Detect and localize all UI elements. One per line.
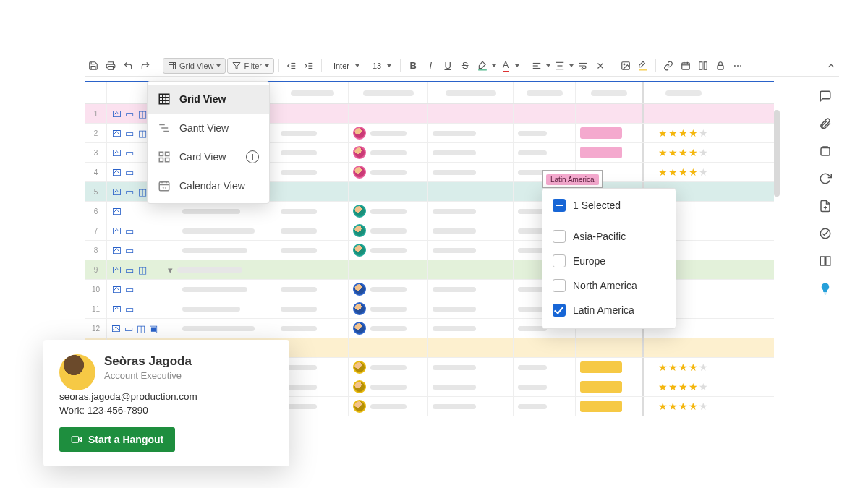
rating-stars[interactable]: ★★★★★ [658, 401, 709, 412]
font-size-select[interactable]: 13 [365, 58, 396, 74]
print-icon[interactable] [103, 58, 119, 74]
filter-button[interactable]: Filter [227, 58, 273, 74]
attachment-icon[interactable]: ⮹ [111, 284, 122, 294]
region-tag[interactable] [580, 381, 622, 393]
clear-format-icon[interactable] [592, 58, 608, 74]
attachment-icon[interactable]: ⮹ [111, 206, 122, 216]
region-tag[interactable] [580, 361, 622, 373]
avatar[interactable] [353, 224, 366, 237]
attachment-icon[interactable]: ⮹ [111, 245, 122, 255]
comment-icon[interactable]: ▭ [124, 284, 135, 294]
more-icon[interactable] [730, 58, 746, 74]
region-option-asia[interactable]: Asia-Pacific [553, 224, 665, 249]
checkbox-icon[interactable] [553, 254, 566, 267]
italic-icon[interactable]: I [422, 58, 438, 74]
region-tag[interactable] [580, 401, 622, 412]
info-icon[interactable]: i [246, 150, 259, 163]
strikethrough-icon[interactable]: S [457, 58, 473, 74]
avatar[interactable] [353, 166, 366, 179]
chevron-down-icon[interactable] [546, 64, 550, 67]
proof-icon[interactable]: ◫ [137, 108, 148, 119]
rating-stars[interactable]: ★★★★★ [658, 381, 709, 393]
publish-icon[interactable] [817, 198, 833, 214]
proof-icon[interactable]: ◫ [137, 128, 148, 138]
avatar[interactable] [353, 146, 366, 159]
view-option-calendar[interactable]: 31 Calendar View [148, 171, 269, 200]
checkbox-icon[interactable] [553, 230, 566, 243]
rating-stars[interactable]: ★★★★★ [658, 166, 709, 178]
rating-stars[interactable]: ★★★★★ [658, 361, 709, 373]
date-icon[interactable] [678, 58, 694, 74]
attachment-icon[interactable]: ⮹ [111, 147, 122, 158]
attachment-icon[interactable]: ⮹ [111, 187, 122, 197]
indeterminate-checkbox-icon[interactable] [553, 199, 566, 212]
highlight-icon[interactable] [635, 58, 651, 74]
view-option-gantt[interactable]: Gantt View [148, 114, 269, 142]
view-option-grid[interactable]: Grid View [148, 85, 269, 114]
proof-icon[interactable]: ◫ [137, 265, 148, 275]
wrap-text-icon[interactable] [575, 58, 591, 74]
region-tag[interactable] [580, 127, 622, 139]
avatar[interactable] [353, 205, 366, 218]
contact-email[interactable]: seoras.jagoda@production.com [59, 391, 273, 402]
comment-icon[interactable]: ▭ [124, 187, 135, 197]
avatar[interactable] [353, 283, 366, 296]
attachment-icon[interactable]: ⮹ [111, 167, 122, 177]
view-selector-button[interactable]: Grid View [163, 58, 226, 74]
comment-icon[interactable]: ▭ [124, 108, 135, 119]
link-icon[interactable] [660, 58, 676, 74]
comment-icon[interactable]: ▭ [124, 167, 135, 177]
comment-icon[interactable]: ▭ [124, 304, 135, 314]
tips-icon[interactable] [817, 281, 833, 296]
text-color-icon[interactable]: A [498, 58, 514, 74]
align-vertical-icon[interactable] [552, 58, 568, 74]
chevron-down-icon[interactable] [515, 64, 519, 67]
rating-stars[interactable]: ★★★★★ [658, 127, 709, 139]
summary-icon[interactable] [817, 253, 833, 269]
proof-icon[interactable]: ◫ [137, 187, 148, 197]
underline-icon[interactable]: U [440, 58, 456, 74]
proof-icon[interactable]: ◫ [137, 323, 146, 333]
redo-icon[interactable] [137, 58, 153, 74]
collapse-toolbar-icon[interactable] [823, 58, 839, 74]
bold-icon[interactable]: B [405, 58, 421, 74]
region-option-na[interactable]: North America [553, 273, 665, 298]
comment-icon[interactable]: ▭ [124, 323, 133, 333]
fill-color-icon[interactable] [475, 58, 490, 74]
align-horizontal-icon[interactable] [529, 58, 545, 74]
avatar[interactable] [353, 302, 366, 315]
attachment-icon[interactable]: ⮹ [111, 304, 122, 314]
comment-icon[interactable]: ▭ [124, 147, 135, 158]
rating-stars[interactable]: ★★★★★ [658, 147, 709, 158]
proofs-icon[interactable] [817, 143, 833, 159]
undo-icon[interactable] [120, 58, 136, 74]
comment-icon[interactable]: ▭ [124, 128, 135, 138]
comment-icon[interactable]: ▭ [124, 226, 135, 236]
chevron-down-icon[interactable] [492, 64, 496, 67]
avatar[interactable] [353, 380, 366, 393]
checkbox-checked-icon[interactable] [553, 304, 566, 317]
start-hangout-button[interactable]: Start a Hangout [59, 427, 175, 452]
chevron-down-icon[interactable] [569, 64, 574, 67]
comment-icon[interactable]: ▭ [124, 245, 135, 255]
region-option-la[interactable]: Latin America [553, 298, 665, 322]
view-option-card[interactable]: Card View i [148, 142, 269, 171]
activity-icon[interactable] [817, 226, 833, 241]
lock-icon[interactable] [712, 58, 728, 74]
font-family-select[interactable]: Inter [326, 58, 364, 74]
comment-icon[interactable]: ▭ [124, 265, 135, 275]
outdent-icon[interactable] [284, 58, 299, 74]
attachment-icon[interactable]: ⮹ [111, 108, 122, 119]
avatar[interactable] [353, 322, 366, 335]
conversations-icon[interactable] [817, 88, 833, 104]
attachment-icon[interactable]: ⮹ [111, 128, 122, 138]
avatar[interactable] [353, 244, 366, 257]
indent-icon[interactable] [301, 58, 317, 74]
avatar[interactable] [353, 361, 366, 374]
reminder-icon[interactable]: ▣ [149, 323, 158, 333]
column-icon[interactable] [695, 58, 711, 74]
checkbox-icon[interactable] [553, 279, 566, 292]
image-icon[interactable] [618, 58, 634, 74]
attachments-icon[interactable] [817, 116, 833, 132]
update-requests-icon[interactable] [817, 171, 833, 187]
